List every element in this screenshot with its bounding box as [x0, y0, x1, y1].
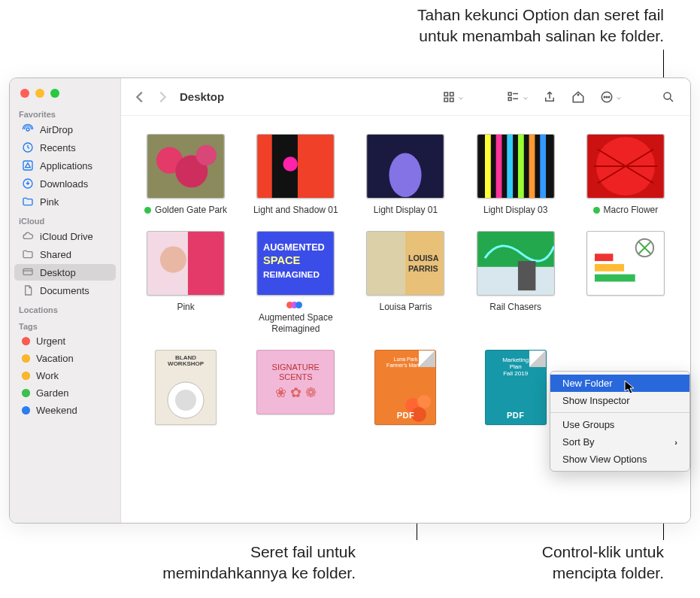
- file-label: Macro Flower: [604, 205, 659, 216]
- window-title: Desktop: [180, 90, 224, 103]
- sidebar-tag-weekend[interactable]: Weekend: [14, 402, 116, 418]
- sidebar-item-icloud-drive[interactable]: iCloud Drive: [14, 228, 116, 244]
- svg-rect-30: [507, 135, 513, 198]
- svg-rect-59: [595, 275, 635, 282]
- ctx-item-show-view-options[interactable]: Show View Options: [550, 451, 689, 468]
- ctx-item-show-inspector[interactable]: Show Inspector: [550, 392, 689, 409]
- svg-text:PARRIS: PARRIS: [408, 264, 438, 273]
- sidebar: Favorites AirDrop Recents Applications D…: [10, 78, 121, 523]
- svg-point-13: [604, 96, 605, 98]
- ctx-item-label: Show View Options: [562, 454, 647, 465]
- sidebar-item-label: Work: [36, 370, 59, 381]
- file-item[interactable]: BLANDWORKSHOP: [135, 350, 237, 425]
- back-button[interactable]: [132, 89, 148, 105]
- svg-rect-10: [508, 97, 511, 100]
- ctx-item-label: Show Inspector: [562, 395, 630, 406]
- thumbnail: [147, 134, 225, 199]
- sidebar-item-label: AirDrop: [40, 124, 73, 135]
- sidebar-item-airdrop[interactable]: AirDrop: [14, 121, 116, 138]
- sidebar-tag-urgent[interactable]: Urgent: [14, 333, 116, 349]
- file-item[interactable]: LOUISAPARRIS Louisa Parris: [354, 231, 456, 335]
- ctx-item-label: New Folder: [562, 378, 612, 389]
- sidebar-item-shared[interactable]: Shared: [14, 246, 116, 263]
- chevron-down-icon: ⌵: [523, 93, 528, 101]
- sidebar-item-applications[interactable]: Applications: [14, 157, 116, 174]
- share-button[interactable]: [538, 87, 561, 108]
- sidebar-tag-garden[interactable]: Garden: [14, 385, 116, 401]
- svg-point-23: [283, 156, 298, 172]
- tag-dot-icon: [22, 372, 30, 380]
- thumbnail: SIGNATURESCENTS❀ ✿ ❁: [256, 350, 335, 414]
- tags-button[interactable]: [567, 87, 589, 108]
- ctx-item-label: Sort By: [562, 436, 595, 448]
- file-item[interactable]: Macro Flower: [574, 134, 677, 216]
- ctx-item-use-groups[interactable]: Use Groups: [550, 416, 689, 433]
- sidebar-item-pink[interactable]: Pink: [14, 193, 116, 210]
- sidebar-item-label: Documents: [40, 285, 89, 296]
- sidebar-item-documents[interactable]: Documents: [14, 282, 116, 299]
- view-mode-button[interactable]: ⌵: [438, 87, 468, 108]
- sidebar-item-label: Applications: [40, 160, 92, 172]
- cursor-icon: [624, 380, 636, 395]
- pdf-badge: PDF: [397, 411, 415, 420]
- thumbnail: [477, 134, 555, 199]
- file-item[interactable]: Luna ParkFarmer's Market PDF: [354, 350, 456, 425]
- thumbnail: MarketingPlanFall 2019 PDF: [485, 350, 547, 425]
- thumbnail: [366, 134, 444, 199]
- file-item[interactable]: Golden Gate Park: [135, 134, 237, 216]
- toolbar: Desktop ⌵ ⌵ ⌵: [121, 78, 690, 116]
- pdf-badge: PDF: [507, 411, 525, 420]
- svg-rect-31: [518, 135, 524, 198]
- file-item[interactable]: Light Display 01: [354, 134, 456, 216]
- ctx-item-label: Use Groups: [562, 419, 614, 430]
- sidebar-item-label: Shared: [40, 249, 71, 260]
- thumbnail: [586, 231, 665, 296]
- more-actions-button[interactable]: ⌵: [595, 87, 626, 108]
- file-item[interactable]: Light Display 03: [465, 134, 567, 216]
- forward-button[interactable]: [154, 89, 171, 105]
- file-item[interactable]: Pink: [135, 231, 237, 335]
- thumbnail: Luna ParkFarmer's Market PDF: [374, 350, 436, 425]
- minimize-button[interactable]: [35, 89, 44, 98]
- thumbnail: [256, 134, 335, 199]
- file-item[interactable]: SIGNATURESCENTS❀ ✿ ❁: [244, 350, 347, 425]
- sidebar-item-desktop[interactable]: Desktop: [14, 264, 116, 281]
- svg-rect-58: [595, 264, 624, 272]
- file-item[interactable]: AUGMENTEDSPACEREIMAGINED Augmented Space…: [244, 231, 347, 335]
- svg-point-11: [577, 94, 579, 96]
- zoom-button[interactable]: [50, 89, 59, 98]
- tag-dot-icon: [593, 207, 600, 214]
- tag-dot-icon: [22, 389, 30, 397]
- ctx-item-new-folder[interactable]: New Folder: [550, 375, 689, 392]
- ctx-item-sort-by[interactable]: Sort By›: [550, 433, 689, 451]
- file-item[interactable]: Rail Chasers: [465, 231, 567, 335]
- svg-point-14: [606, 96, 608, 98]
- sidebar-tag-vacation[interactable]: Vacation: [14, 351, 116, 366]
- svg-point-20: [196, 145, 217, 165]
- svg-rect-49: [368, 232, 406, 295]
- file-label: Light Display 03: [483, 205, 547, 216]
- sidebar-item-downloads[interactable]: Downloads: [14, 175, 116, 192]
- group-button[interactable]: ⌵: [502, 87, 532, 108]
- folder-icon: [22, 196, 34, 208]
- file-label: Augmented Space Reimagined: [244, 312, 347, 335]
- svg-point-0: [26, 128, 29, 131]
- svg-point-62: [175, 390, 196, 411]
- svg-text:REIMAGINED: REIMAGINED: [263, 269, 320, 279]
- file-item[interactable]: Light and Shadow 01: [244, 134, 347, 216]
- clock-icon: [22, 141, 34, 153]
- svg-rect-28: [485, 135, 491, 198]
- close-button[interactable]: [20, 89, 29, 98]
- file-label: Light Display 01: [374, 205, 438, 216]
- sidebar-item-label: Desktop: [40, 267, 76, 278]
- file-label: Light and Shadow 01: [253, 205, 338, 216]
- search-button[interactable]: [657, 87, 680, 108]
- tag-dot-icon: [22, 337, 30, 345]
- window-controls: [10, 78, 120, 104]
- chevron-updown-icon: ⌵: [459, 93, 463, 101]
- sidebar-item-label: Recents: [40, 142, 76, 153]
- sidebar-tag-work[interactable]: Work: [14, 368, 116, 384]
- thumbnail: AUGMENTEDSPACEREIMAGINED: [256, 231, 335, 296]
- sidebar-item-recents[interactable]: Recents: [14, 139, 116, 156]
- file-item[interactable]: [574, 231, 677, 335]
